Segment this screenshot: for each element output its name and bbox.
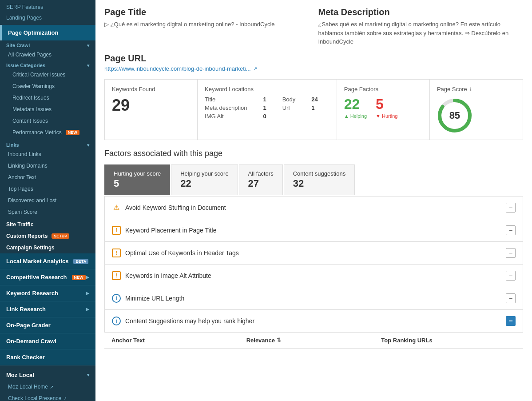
factor-minus-4[interactable]: − bbox=[506, 293, 516, 303]
sidebar-on-page-grader[interactable]: On-Page Grader bbox=[0, 317, 95, 333]
relevance-sort[interactable]: Relevance ⇅ bbox=[246, 337, 381, 344]
sidebar-page-optimization-label: Page Optimization bbox=[8, 29, 58, 36]
sidebar-metadata-issues[interactable]: Metadata Issues bbox=[0, 104, 95, 115]
sidebar-link-research[interactable]: Link Research ▶ bbox=[0, 301, 95, 317]
tab-helping[interactable]: Helping your score 22 bbox=[171, 164, 238, 195]
content-suggestions-bar[interactable]: i Content Suggestions may help you rank … bbox=[104, 310, 523, 333]
sidebar-critical-crawler[interactable]: Critical Crawler Issues bbox=[0, 69, 95, 80]
factor-left-3: ! Keywords in Image Alt Attribute bbox=[112, 271, 211, 280]
on-page-grader-label: On-Page Grader bbox=[6, 322, 51, 329]
factor-minus-3[interactable]: − bbox=[506, 271, 516, 281]
sidebar-campaign-settings[interactable]: Campaign Settings bbox=[0, 242, 95, 253]
sidebar-site-crawl-header[interactable]: Site Crawl ▾ bbox=[0, 40, 95, 49]
kl-url-val: 1 bbox=[311, 104, 329, 111]
factor-minus-0[interactable]: − bbox=[506, 203, 516, 213]
sidebar-landing-pages-link[interactable]: Landing Pages bbox=[0, 12, 95, 23]
sidebar-on-demand-crawl[interactable]: On-Demand Crawl bbox=[0, 333, 95, 349]
sidebar-top-pages[interactable]: Top Pages bbox=[0, 183, 95, 195]
sidebar-discovered-and-lost[interactable]: Discovered and Lost bbox=[0, 195, 95, 206]
sidebar-performance-metrics[interactable]: Performance Metrics NEW bbox=[0, 127, 95, 138]
kl-body-label: Body bbox=[282, 96, 307, 103]
factor-minus-1[interactable]: − bbox=[506, 225, 516, 235]
sidebar-anchor-text[interactable]: Anchor Text bbox=[0, 172, 95, 183]
factor-item-0[interactable]: ⚠ Avoid Keyword Stuffing in Document − bbox=[104, 196, 523, 219]
sidebar-links-header[interactable]: Links ▾ bbox=[0, 140, 95, 148]
sidebar-competitive-research[interactable]: Competitive Research NEW ▶ bbox=[0, 269, 95, 285]
top-info-grid: Page Title ▷ ¿Qué es el marketing digita… bbox=[104, 7, 523, 46]
factors-section: Factors associated with this page Hurtin… bbox=[104, 149, 523, 349]
sidebar-local-market-analytics[interactable]: Local Market Analytics BETA bbox=[0, 253, 95, 269]
tab-all-factors-label: All factors bbox=[248, 170, 274, 177]
page-factors-label: Page Factors bbox=[344, 86, 422, 92]
sidebar-rank-checker[interactable]: Rank Checker bbox=[0, 349, 95, 365]
site-crawl-label: Site Crawl bbox=[6, 43, 30, 48]
cs-minus-button[interactable]: − bbox=[506, 316, 516, 326]
sidebar-linking-domains[interactable]: Linking Domains bbox=[0, 160, 95, 172]
sidebar-moz-local-home[interactable]: Moz Local Home ↗ bbox=[0, 381, 95, 393]
tab-hurting-label: Hurting your score bbox=[114, 170, 161, 177]
factors-title: Factors associated with this page bbox=[104, 149, 523, 158]
performance-metrics-badge: NEW bbox=[66, 130, 79, 135]
factor-item-3[interactable]: ! Keywords in Image Alt Attribute − bbox=[104, 265, 523, 287]
page-url-text: https://www.inboundcycle.com/blog-de-inb… bbox=[104, 65, 251, 72]
page-score-circle: 85 bbox=[437, 98, 472, 133]
exclaim-icon-2: ! bbox=[112, 249, 121, 257]
triangle-icon: ⚠ bbox=[113, 203, 119, 212]
cs-info-icon: i bbox=[112, 317, 121, 325]
page-score-info-icon: ℹ bbox=[470, 87, 472, 92]
local-market-label: Local Market Analytics bbox=[6, 258, 68, 265]
sidebar-inbound-links[interactable]: Inbound Links bbox=[0, 148, 95, 160]
sidebar-redirect-issues[interactable]: Redirect Issues bbox=[0, 92, 95, 104]
tab-all-factors-number: 27 bbox=[248, 178, 274, 189]
factor-item-4[interactable]: i Minimize URL Length − bbox=[104, 287, 523, 310]
competitive-research-chevron: ▶ bbox=[86, 275, 89, 280]
factor-text-2: Optimal Use of Keywords in Header Tags bbox=[125, 249, 239, 257]
hurting-label: ▼ Hurting bbox=[376, 113, 397, 119]
sidebar-crawler-warnings[interactable]: Crawler Warnings bbox=[0, 80, 95, 92]
page-title-value: ▷ ¿Qué es el marketing digital o marketi… bbox=[104, 20, 310, 29]
kl-body-val: 24 bbox=[311, 96, 329, 103]
factor-minus-2[interactable]: − bbox=[506, 248, 516, 258]
tab-hurting[interactable]: Hurting your score 5 bbox=[104, 164, 170, 195]
page-title-block: Page Title ▷ ¿Qué es el marketing digita… bbox=[104, 7, 310, 46]
tab-content-suggestions[interactable]: Content suggestions 32 bbox=[284, 164, 355, 195]
moz-local-home-ext-icon: ↗ bbox=[50, 385, 53, 389]
link-research-label: Link Research bbox=[6, 306, 46, 313]
kl-title-label: Title bbox=[205, 96, 258, 103]
sidebar-serp-features-link[interactable]: SERP Features bbox=[0, 2, 95, 12]
kl-meta-label: Meta description bbox=[205, 104, 258, 111]
sidebar-content-issues[interactable]: Content Issues bbox=[0, 115, 95, 127]
sidebar-site-traffic[interactable]: Site Traffic bbox=[0, 219, 95, 230]
tab-all-factors[interactable]: All factors 27 bbox=[239, 164, 283, 195]
sidebar-keyword-research[interactable]: Keyword Research ▶ bbox=[0, 285, 95, 301]
tab-content-suggestions-number: 32 bbox=[293, 178, 346, 189]
sidebar-check-local-presence[interactable]: Check Local Presence ↗ bbox=[0, 393, 95, 401]
hurting-block: 5 ▼ Hurting bbox=[376, 96, 397, 119]
page-url-link[interactable]: https://www.inboundcycle.com/blog-de-inb… bbox=[104, 65, 523, 72]
factor-left-2: ! Optimal Use of Keywords in Header Tags bbox=[112, 249, 239, 257]
issue-categories-chevron: ▾ bbox=[87, 63, 89, 68]
links-chevron: ▾ bbox=[87, 143, 89, 148]
page-score-label: Page Score ℹ bbox=[437, 86, 472, 92]
keyword-research-chevron: ▶ bbox=[86, 291, 89, 296]
tab-content-suggestions-label: Content suggestions bbox=[293, 170, 346, 177]
sidebar-page-optimization[interactable]: Page Optimization bbox=[0, 25, 95, 40]
factor-item-2[interactable]: ! Optimal Use of Keywords in Header Tags… bbox=[104, 242, 523, 265]
factor-item-1[interactable]: ! Keyword Placement in Page Title − bbox=[104, 219, 523, 242]
page-url-section: Page URL https://www.inboundcycle.com/bl… bbox=[104, 53, 523, 72]
meta-description-block: Meta Description ¿Sabes qué es el market… bbox=[318, 7, 524, 46]
page-score-number: 85 bbox=[449, 110, 460, 121]
keyword-locations-grid: Title 1 Body 24 Meta description 1 Url 1… bbox=[205, 96, 330, 120]
sidebar-issue-categories[interactable]: Issue Categories ▾ bbox=[0, 60, 95, 69]
kl-title-val: 1 bbox=[263, 96, 278, 103]
top-ranking-col: Top Ranking URLs bbox=[381, 337, 516, 344]
kl-meta-val: 1 bbox=[263, 104, 278, 111]
issue-categories-label: Issue Categories bbox=[6, 63, 45, 68]
sidebar-spam-score[interactable]: Spam Score bbox=[0, 206, 95, 218]
factor-left-0: ⚠ Avoid Keyword Stuffing in Document bbox=[112, 203, 226, 212]
sidebar-all-crawled-pages[interactable]: All Crawled Pages bbox=[0, 49, 95, 60]
links-label: Links bbox=[6, 142, 19, 148]
sidebar-moz-local-header[interactable]: Moz Local ▾ bbox=[0, 369, 95, 381]
sidebar-custom-reports[interactable]: Custom Reports SETUP bbox=[0, 230, 95, 242]
local-market-badge: BETA bbox=[73, 259, 88, 264]
